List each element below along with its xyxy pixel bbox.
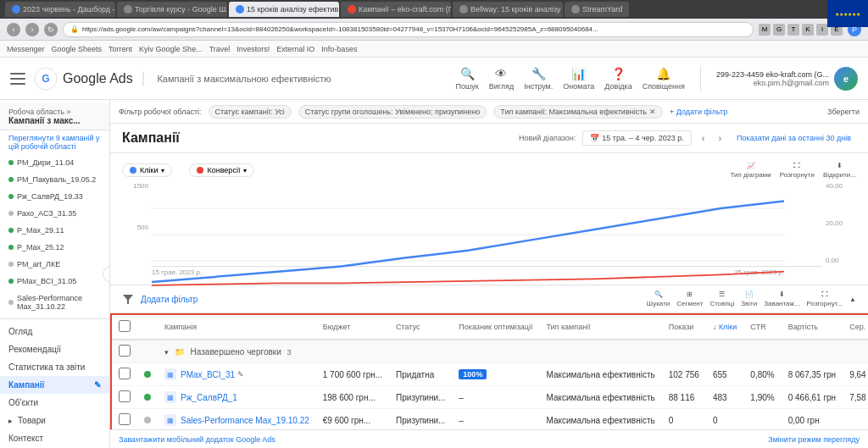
legend-conversions[interactable]: Конверсії ▾ <box>189 163 254 177</box>
sidebar-item-PM_Diry[interactable]: PM_Дири_11.04 <box>0 154 109 171</box>
browser-tab-5[interactable]: Bellway: 15 кроків аналізу е... <box>453 2 563 17</box>
forward-button[interactable]: › <box>25 23 39 36</box>
row3-optimization: – <box>452 409 539 430</box>
group-checkbox[interactable] <box>119 345 131 357</box>
row3-status: Призупини... <box>389 409 452 430</box>
date-range-picker[interactable]: 📅 15 тра. – 4 чер. 2023 р. <box>582 130 691 146</box>
toolbar-segment[interactable]: ⊞ Сегмент <box>676 290 703 307</box>
expand-toolbar-icon: ⛶ <box>821 290 828 298</box>
edit-icon[interactable]: ✎ <box>237 370 244 379</box>
browser-tab-1[interactable]: 2023 червень - Дашборд - ... <box>5 2 115 17</box>
bookmark-kyiv[interactable]: Kyiv Google She... <box>139 45 203 53</box>
sidebar-item-overview[interactable]: Огляд <box>0 323 109 340</box>
row2-budget: 198 600 грн... <box>316 386 389 409</box>
url-bar[interactable]: 🔒 https://ads.google.com/aw/campaigns?ch… <box>63 22 754 37</box>
sidebar-item-PM_Pack[interactable]: PM_Пакуваль_19.05.2 <box>0 171 109 188</box>
campaign-name-link[interactable]: Рж_СалвРД_1 <box>181 393 237 402</box>
legend-clicks[interactable]: Кліки ▾ <box>122 163 172 177</box>
sidebar-item-PMaxVSI[interactable]: PMax_ВСI_31.05 <box>0 273 109 290</box>
row2-cost: 0 466,61 грн <box>782 386 843 409</box>
sidebar-item-statistics[interactable]: Статистика та звіти <box>0 358 109 376</box>
toolbar-reports[interactable]: 📄 Звіти <box>741 290 757 307</box>
ext-icon-1[interactable]: M <box>759 24 771 36</box>
sidebar-item-Raho[interactable]: Рахо_АСЗ_31.35 <box>0 205 109 222</box>
hamburger-menu[interactable] <box>10 73 25 85</box>
filter-campaign-type[interactable]: Тип кампанії: Максимальна ефективність ✕ <box>493 105 663 119</box>
sidebar-item-objects[interactable]: Об'єкти <box>0 394 109 412</box>
col-campaign: Кампанія <box>158 315 316 340</box>
ext-icon-3[interactable]: T <box>787 24 799 36</box>
bookmark-messenger[interactable]: Messenger <box>7 45 45 53</box>
bookmark-investors[interactable]: Investors! <box>236 45 270 53</box>
action-help[interactable]: ❓ Довідка <box>604 67 632 91</box>
chart-expand-btn[interactable]: ⛶ Розгорнути <box>780 162 815 179</box>
show-days-button[interactable]: Показати дані за останні 30 днів <box>732 131 856 145</box>
ext-icon-2[interactable]: G <box>773 24 785 36</box>
chart-download-btn[interactable]: ⬇ Відкрити... <box>823 162 856 179</box>
header-account[interactable]: 299-223-4459 eko-kraft.com (G... eko.pim… <box>716 67 858 91</box>
back-button[interactable]: ‹ <box>7 23 20 36</box>
prev-date-button[interactable]: ‹ <box>698 131 709 145</box>
col-avg-cpc: Сер. ціна за клік <box>843 315 868 340</box>
avatar[interactable]: e <box>834 67 858 91</box>
filter-remove-icon[interactable]: ✕ <box>649 108 656 116</box>
refresh-button[interactable]: ↻ <box>44 23 58 36</box>
row3-checkbox[interactable] <box>119 413 131 425</box>
chart-type-btn[interactable]: 📈 Тип діаграми <box>731 162 771 179</box>
toolbar-download[interactable]: ⬇ Завантаж... <box>764 290 799 307</box>
sidebar-item-goods[interactable]: ▸ Товари <box>0 412 109 429</box>
action-search[interactable]: 🔍 Пошук <box>456 67 479 91</box>
sidebar-item-campaigns[interactable]: Кампанії ✎ <box>0 376 109 394</box>
browser-tab-4[interactable]: Кампанії – eko-craft.com (П... <box>341 2 451 17</box>
campaign-name-link[interactable]: PMax_ВСI_31 <box>181 370 235 379</box>
campaign-name-link[interactable]: Sales-Performance Max_19.10.22 <box>181 416 309 425</box>
status-dot-green <box>8 279 14 284</box>
toolbar-columns[interactable]: ☰ Стовпці <box>709 290 734 307</box>
ext-icon-5[interactable]: I <box>816 24 828 36</box>
toolbar-chevron-up[interactable]: ▲ <box>849 296 856 303</box>
browser-tab-2[interactable]: Торгівля курсу - Google Ш... <box>117 2 227 17</box>
sidebar-section-header[interactable]: Переглянути 9 кампаній у цій робочій обл… <box>0 130 109 154</box>
sidebar-item-PMax25[interactable]: P_Max_25.12 <box>0 239 109 256</box>
bookmark-torrent[interactable]: Torrent <box>108 45 132 53</box>
select-all-checkbox[interactable] <box>119 320 131 332</box>
row1-checkbox[interactable] <box>119 368 131 379</box>
group-toggle-button[interactable]: ▾ <box>164 348 169 357</box>
col-impressions: Покази <box>662 315 706 340</box>
google-ads-logo-icon: G <box>34 67 58 91</box>
add-filter-button[interactable]: Додати фільтр <box>141 295 198 304</box>
sidebar-item-context[interactable]: Контекст <box>0 429 109 447</box>
filter-status-group[interactable]: Статус групи оголошень: Увімкнено; призу… <box>298 105 487 119</box>
download-app-link[interactable]: Завантажити мобільний додаток Google Ads <box>119 435 275 444</box>
row2-checkbox[interactable] <box>119 390 131 402</box>
header-actions: 🔍 Пошук 👁 Вигляд 🔧 Інструм. 📊 Ономата ❓ <box>456 67 685 91</box>
add-filter-link[interactable]: + Додати фільтр <box>670 108 727 116</box>
filter-status-campaign[interactable]: Статус кампанії: Усі <box>209 105 292 119</box>
bookmark-info[interactable]: Info-bases <box>321 45 357 53</box>
bookmark-travel[interactable]: Travel <box>209 45 231 53</box>
action-tools[interactable]: 🔧 Інструм. <box>524 67 553 91</box>
ext-icon-4[interactable]: K <box>802 24 814 36</box>
view-icon: 👁 <box>495 67 507 80</box>
action-billing[interactable]: 📊 Ономата <box>563 67 594 91</box>
sidebar-item-recommendations[interactable]: Рекомендації <box>0 340 109 358</box>
action-view[interactable]: 👁 Вигляд <box>489 67 515 91</box>
date-range-bar: Новий діапазон: 📅 15 тра. – 4 чер. 2023 … <box>519 130 856 146</box>
toolbar-expand[interactable]: ⛶ Розгорнут... <box>807 290 843 307</box>
sidebar-item-PMax29[interactable]: P_Max_29.11 <box>0 222 109 239</box>
change-view-link[interactable]: Змінити режим перегляду <box>768 435 860 444</box>
bookmark-google-sheets[interactable]: Google Sheets <box>52 45 103 53</box>
save-filter-button[interactable]: Зберегти <box>827 108 860 116</box>
browser-tab-3[interactable]: 15 кроків аналізу ефектив... <box>229 2 339 17</box>
legend-dot-blue <box>130 167 136 174</box>
sidebar-item-Sales[interactable]: Sales-Performance Max_31.10.22 <box>0 290 109 315</box>
action-notifications[interactable]: 🔔 Сповіщення <box>643 67 685 91</box>
toolbar-search[interactable]: 🔍 Шукати <box>647 290 670 307</box>
sidebar-item-Rzh[interactable]: Рж_СалвРД_19.33 <box>0 188 109 205</box>
download-icon: ⬇ <box>837 162 843 169</box>
svg-marker-6 <box>123 295 133 304</box>
sidebar-item-PMart[interactable]: PM_art_ЛКЕ <box>0 256 109 273</box>
next-date-button[interactable]: › <box>715 131 725 145</box>
bookmark-external[interactable]: External IO <box>276 45 314 53</box>
browser-tab-6[interactable]: StreamYard <box>565 2 629 17</box>
